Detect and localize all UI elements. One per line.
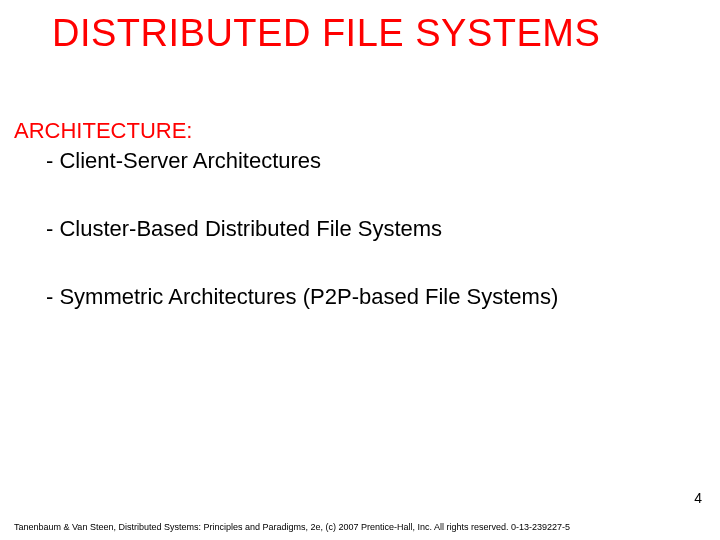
page-number: 4	[694, 490, 702, 506]
slide-title: DISTRIBUTED FILE SYSTEMS	[52, 12, 700, 55]
bullet-item: - Symmetric Architectures (P2P-based Fil…	[46, 284, 558, 310]
bullet-item: - Cluster-Based Distributed File Systems	[46, 216, 442, 242]
section-heading: ARCHITECTURE:	[14, 118, 192, 144]
footer-citation: Tanenbaum & Van Steen, Distributed Syste…	[14, 522, 570, 532]
bullet-item: - Client-Server Architectures	[46, 148, 321, 174]
slide: DISTRIBUTED FILE SYSTEMS ARCHITECTURE: -…	[0, 0, 720, 540]
